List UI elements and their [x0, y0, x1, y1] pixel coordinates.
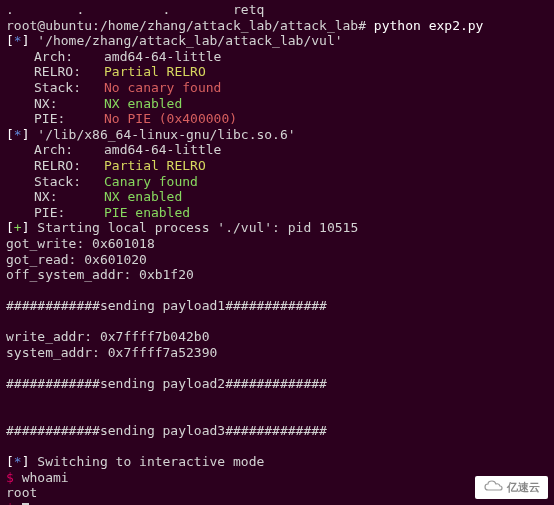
star-icon: * [14, 127, 22, 142]
bracket-open: [ [6, 220, 14, 235]
arch-row: Arch:amd64-64-little [6, 49, 548, 65]
write-addr-line: write_addr: 0x7ffff7b042b0 [6, 329, 548, 345]
start-proc-text: Starting local process './vul': pid 1051… [37, 220, 358, 235]
got-read-line: got_read: 0x601020 [6, 252, 548, 268]
nx-value: NX enabled [104, 96, 182, 111]
nx-row: NX:NX enabled [6, 189, 548, 205]
checksec-file1-header: [*] '/home/zhang/attack_lab/attack_lab/v… [6, 33, 548, 49]
switching-mode-line: [*] Switching to interactive mode [6, 454, 548, 470]
pie-label: PIE: [34, 111, 104, 127]
watermark-badge: 亿速云 [475, 476, 548, 499]
bracket-close: ] [22, 127, 38, 142]
relro-value: Partial RELRO [104, 64, 206, 79]
truncated-line: . . . retq [6, 2, 548, 18]
star-icon: * [14, 454, 22, 469]
blank-line [6, 392, 548, 408]
plus-icon: + [14, 220, 22, 235]
pie-label: PIE: [34, 205, 104, 221]
payload1-line: ############sending payload1############… [6, 298, 548, 314]
bracket-open: [ [6, 33, 14, 48]
bracket-close: ] [22, 220, 38, 235]
payload3-line: ############sending payload3############… [6, 423, 548, 439]
stack-label: Stack: [34, 80, 104, 96]
nx-label: NX: [34, 189, 104, 205]
whoami-output: root [6, 485, 548, 501]
bracket-close: ] [22, 33, 38, 48]
stack-label: Stack: [34, 174, 104, 190]
watermark-text: 亿速云 [507, 481, 540, 494]
blank-line [6, 283, 548, 299]
file1-path: '/home/zhang/attack_lab/attack_lab/vul' [37, 33, 342, 48]
got-write-line: got_write: 0x601018 [6, 236, 548, 252]
bracket-open: [ [6, 127, 14, 142]
arch-label: Arch: [34, 142, 104, 158]
pie-row: PIE:No PIE (0x400000) [6, 111, 548, 127]
pie-value: PIE enabled [104, 205, 190, 220]
whoami-command: whoami [22, 470, 69, 485]
pie-value: No PIE (0x400000) [104, 111, 237, 126]
shell-prompt: root@ubuntu:/home/zhang/attack_lab/attac… [6, 18, 374, 33]
shell-cursor-line[interactable]: $ [6, 501, 548, 505]
nx-row: NX:NX enabled [6, 96, 548, 112]
bracket-open: [ [6, 454, 14, 469]
arch-value: amd64-64-little [104, 142, 221, 157]
blank-line [6, 439, 548, 455]
off-system-line: off_system_addr: 0xb1f20 [6, 267, 548, 283]
nx-value: NX enabled [104, 189, 182, 204]
shell-whoami-line[interactable]: $ whoami [6, 470, 548, 486]
system-addr-line: system_addr: 0x7ffff7a52390 [6, 345, 548, 361]
arch-row: Arch:amd64-64-little [6, 142, 548, 158]
arch-label: Arch: [34, 49, 104, 65]
starting-process-line: [+] Starting local process './vul': pid … [6, 220, 548, 236]
dollar-prompt: $ [6, 470, 22, 485]
prompt-line[interactable]: root@ubuntu:/home/zhang/attack_lab/attac… [6, 18, 548, 34]
arch-value: amd64-64-little [104, 49, 221, 64]
stack-value: Canary found [104, 174, 198, 189]
switching-text: Switching to interactive mode [37, 454, 264, 469]
stack-row: Stack:No canary found [6, 80, 548, 96]
blank-line [6, 361, 548, 377]
stack-value: No canary found [104, 80, 221, 95]
relro-value: Partial RELRO [104, 158, 206, 173]
command-text: python exp2.py [374, 18, 484, 33]
pie-row: PIE:PIE enabled [6, 205, 548, 221]
relro-row: RELRO:Partial RELRO [6, 158, 548, 174]
nx-label: NX: [34, 96, 104, 112]
relro-row: RELRO:Partial RELRO [6, 64, 548, 80]
payload2-line: ############sending payload2############… [6, 376, 548, 392]
relro-label: RELRO: [34, 64, 104, 80]
cloud-icon [483, 480, 503, 495]
dollar-prompt: $ [6, 501, 22, 505]
checksec-file2-header: [*] '/lib/x86_64-linux-gnu/libc.so.6' [6, 127, 548, 143]
blank-line [6, 407, 548, 423]
file2-path: '/lib/x86_64-linux-gnu/libc.so.6' [37, 127, 295, 142]
stack-row: Stack:Canary found [6, 174, 548, 190]
bracket-close: ] [22, 454, 38, 469]
blank-line [6, 314, 548, 330]
star-icon: * [14, 33, 22, 48]
relro-label: RELRO: [34, 158, 104, 174]
